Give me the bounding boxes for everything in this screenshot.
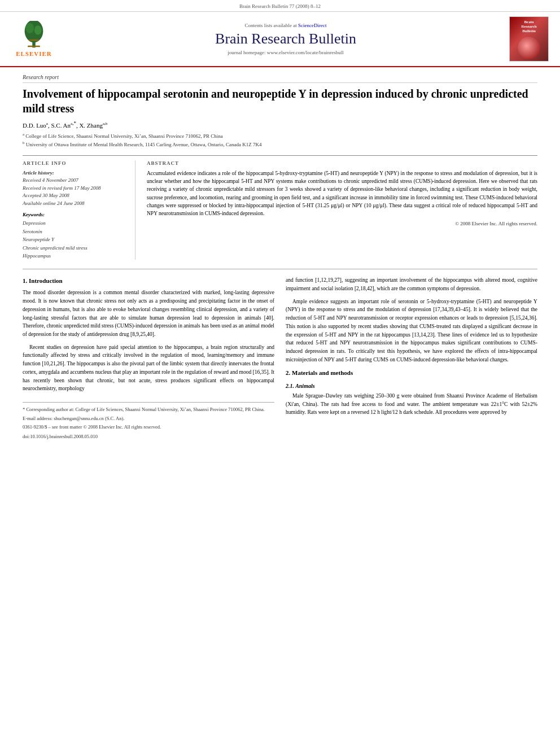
- intro-para-1: The mood disorder depression is a common…: [23, 289, 274, 338]
- journal-center: Contents lists available at ScienceDirec…: [62, 23, 509, 55]
- elsevier-text: ELSEVIER: [16, 50, 52, 57]
- section2-1-heading: 2.1. Animals: [286, 382, 537, 391]
- email-value: shuchengan@snnu.edu.cn (S.C. An).: [54, 416, 124, 421]
- body-left-col: 1. Introduction The mood disorder depres…: [23, 276, 274, 440]
- affiliation-b: b University of Ottawa Institute of Ment…: [23, 141, 537, 148]
- sciencedirect-link[interactable]: ScienceDirect: [298, 23, 326, 28]
- svg-rect-4: [29, 40, 39, 41]
- history-label: Article history:: [23, 169, 128, 177]
- authors-line: D.D. Luoa, S.C. Ana,*, X. Zhanga,b: [23, 120, 537, 129]
- keyword-cums: Chronic unpredicted mild stress: [23, 244, 128, 252]
- affil-sup-a3: a,b: [103, 121, 107, 126]
- report-type: Research report: [23, 74, 537, 83]
- affiliations: a College of Life Science, Shaanxi Norma…: [23, 132, 537, 148]
- intro-para-4: Ample evidence suggests an important rol…: [286, 298, 537, 364]
- svg-point-3: [34, 25, 42, 34]
- intro-para-3: and function [1,12,19,27], suggesting an…: [286, 276, 537, 292]
- body-columns: 1. Introduction The mood disorder depres…: [23, 276, 537, 440]
- abstract-title: ABSTRACT: [147, 160, 537, 166]
- affiliation-a: a College of Life Science, Shaanxi Norma…: [23, 132, 537, 140]
- keywords-section: Keywords: Depression Serotonin Neuropept…: [23, 212, 128, 260]
- sciencedirect-notice: Contents lists available at ScienceDirec…: [62, 23, 509, 28]
- elsevier-logo: ELSEVIER: [11, 21, 56, 57]
- footnote-corresponding: * Corresponding author at: College of Li…: [23, 406, 274, 413]
- article-info-right: ABSTRACT Accumulated evidence indicates …: [147, 160, 537, 260]
- keyword-hippocampus: Hippocampus: [23, 252, 128, 260]
- article-info-title: ARTICLE INFO: [23, 160, 128, 166]
- keyword-serotonin: Serotonin: [23, 228, 128, 235]
- footnote-doi: doi:10.1016/j.brainresbull.2008.05.010: [23, 433, 274, 440]
- keywords-list: Depression Serotonin Neuropeptide Y Chro…: [23, 219, 128, 260]
- article-info-left: ARTICLE INFO Article history: Received 4…: [23, 160, 135, 260]
- animals-para: Male Sprague–Dawley rats weighing 250–30…: [286, 392, 537, 417]
- history-online: Available online 24 June 2008: [23, 200, 128, 208]
- article-title: Involvement of hippocampal serotonin and…: [23, 86, 537, 116]
- footnote-issn: 0361-9230/$ – see front matter © 2008 El…: [23, 423, 274, 431]
- affil-sup-label-a: a: [23, 132, 24, 137]
- history-accepted: Accepted 30 May 2008: [23, 192, 128, 200]
- section2-heading: 2. Materials and methods: [286, 368, 537, 378]
- keywords-label: Keywords:: [23, 212, 128, 217]
- affil-sup-a1: a: [46, 121, 48, 126]
- journal-header: ELSEVIER Contents lists available at Sci…: [0, 12, 560, 67]
- body-right-col: and function [1,12,19,27], suggesting an…: [286, 276, 537, 440]
- section1-heading: 1. Introduction: [23, 276, 274, 286]
- body-divider: [23, 269, 537, 269]
- top-bar: Brain Research Bulletin 77 (2008) 8–12: [0, 0, 560, 12]
- abstract-text: Accumulated evidence indicates a role of…: [147, 169, 537, 218]
- svg-rect-5: [28, 46, 40, 47]
- journal-title: Brain Research Bulletin: [62, 30, 509, 47]
- history-revised: Received in revised form 17 May 2008: [23, 185, 128, 193]
- intro-para-2: Recent studies on depression have paid s…: [23, 343, 274, 393]
- history-received: Received 4 November 2007: [23, 177, 128, 185]
- article-info-section: ARTICLE INFO Article history: Received 4…: [23, 155, 537, 260]
- footnotes: * Corresponding author at: College of Li…: [23, 402, 274, 440]
- main-content: Research report Involvement of hippocamp…: [0, 67, 560, 452]
- journal-citation: Brain Research Bulletin 77 (2008) 8–12: [239, 3, 321, 9]
- corresponding-star: ,*: [72, 120, 76, 126]
- svg-point-2: [25, 23, 34, 33]
- affil-sup-label-b: b: [23, 141, 25, 145]
- footnote-email: E-mail address: shuchengan@snnu.edu.cn (…: [23, 415, 274, 422]
- journal-homepage: journal homepage: www.elsevier.com/locat…: [62, 50, 509, 55]
- keyword-depression: Depression: [23, 219, 128, 227]
- abstract-copyright: © 2008 Elsevier Inc. All rights reserved…: [147, 221, 537, 226]
- journal-cover-image: BrainResearchBulletin: [509, 16, 549, 62]
- elsevier-tree-icon: [17, 21, 51, 49]
- keyword-neuropeptide: Neuropeptide Y: [23, 235, 128, 243]
- cover-graphic: [518, 37, 540, 59]
- cover-journal-name: BrainResearchBulletin: [520, 19, 537, 34]
- article-history: Article history: Received 4 November 200…: [23, 169, 128, 208]
- email-label: E-mail address:: [23, 416, 53, 421]
